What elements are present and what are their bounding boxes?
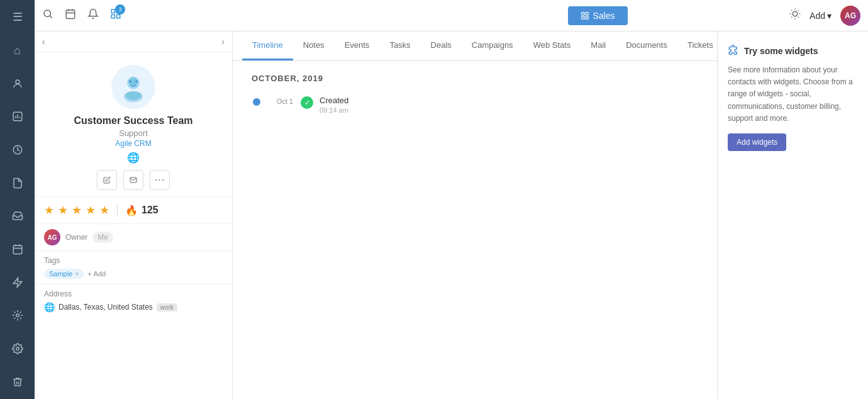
owner-name[interactable]: Me: [92, 232, 113, 243]
tab-events[interactable]: Events: [335, 31, 380, 60]
top-bar: 3 Sales Add ▾ AG: [35, 0, 868, 31]
top-bar-icons: 3: [42, 8, 406, 23]
contact-avatar: [111, 65, 155, 109]
search-icon[interactable]: [42, 8, 53, 23]
edit-button[interactable]: [97, 170, 117, 190]
tab-tickets[interactable]: Tickets: [677, 31, 723, 60]
star-2[interactable]: ★: [58, 203, 68, 217]
user-avatar[interactable]: AG: [840, 6, 860, 26]
owner-avatar: AG: [44, 229, 60, 245]
sales-button[interactable]: Sales: [568, 6, 628, 25]
svg-point-11: [16, 314, 19, 317]
tab-mail[interactable]: Mail: [581, 31, 616, 60]
top-bar-right: Add ▾ AG: [789, 6, 860, 26]
tags-section: Tags Sample × + Add: [35, 250, 232, 284]
more-actions-button[interactable]: ···: [150, 170, 170, 190]
tag-label: Sample: [49, 270, 72, 278]
timeline-event-time: 09:14 am: [320, 106, 348, 114]
zapier-icon[interactable]: [6, 271, 29, 293]
contact-info: Customer Success Team Support Agile CRM …: [35, 52, 232, 196]
contact-type: Support: [119, 128, 148, 138]
svg-line-14: [50, 16, 52, 18]
panel-prev-button[interactable]: ‹: [42, 37, 45, 47]
tabs-bar: Timeline Notes Events Tasks Deals Campai…: [233, 31, 717, 61]
contact-name: Customer Success Team: [74, 115, 192, 126]
svg-rect-22: [117, 15, 120, 18]
star-3[interactable]: ★: [72, 203, 82, 217]
svg-marker-10: [13, 278, 22, 287]
add-button[interactable]: Add ▾: [810, 11, 832, 21]
widget-title: Try some widgets: [744, 46, 818, 56]
notifications-icon[interactable]: [87, 8, 99, 23]
add-widgets-button[interactable]: Add widgets: [728, 133, 786, 151]
svg-point-41: [135, 80, 138, 82]
main-panel: Timeline Notes Events Tasks Deals Campai…: [233, 31, 717, 399]
timeline-area: OCTOBER, 2019 Oct 1 ✓ Created 09:14 am: [233, 61, 717, 399]
timeline-dot: [253, 98, 260, 106]
contact-panel: ‹ › Customer Success Team Supp: [35, 31, 233, 399]
deals-icon[interactable]: [6, 139, 29, 161]
svg-point-0: [16, 80, 19, 84]
svg-point-27: [793, 11, 798, 16]
svg-rect-23: [581, 12, 584, 14]
contact-globe-icon: 🌐: [127, 152, 140, 164]
tab-campaigns[interactable]: Campaigns: [462, 31, 523, 60]
star-1[interactable]: ★: [44, 203, 54, 217]
content-area: ‹ › Customer Success Team Supp: [35, 31, 868, 399]
address-text: Dallas, Texas, United States: [58, 303, 153, 312]
tab-notes[interactable]: Notes: [293, 31, 335, 60]
widget-description: See more information about your contacts…: [728, 64, 858, 125]
settings-icon[interactable]: [6, 338, 29, 360]
home-icon[interactable]: ⌂: [6, 40, 29, 62]
apps-badge: 3: [115, 4, 125, 14]
brightness-icon[interactable]: [789, 8, 801, 23]
calendar-topbar-icon[interactable]: [65, 8, 76, 23]
timeline-dot-col: [252, 98, 262, 106]
tab-web-stats[interactable]: Web Stats: [523, 31, 581, 60]
add-tag-button[interactable]: + Add: [87, 270, 106, 278]
documents-icon[interactable]: [6, 172, 29, 194]
tab-tasks[interactable]: Tasks: [379, 31, 420, 60]
owner-label: Owner: [65, 233, 87, 242]
reports-icon[interactable]: [6, 106, 29, 128]
panel-navigation: ‹ ›: [35, 31, 232, 52]
address-row: 🌐 Dallas, Texas, United States work: [44, 302, 223, 312]
trash-icon[interactable]: [6, 371, 29, 393]
svg-line-31: [798, 17, 799, 18]
svg-rect-25: [581, 16, 584, 19]
tab-timeline[interactable]: Timeline: [242, 31, 293, 60]
svg-line-35: [798, 10, 799, 11]
stars-row: ★ ★ ★ ★ ★ 🔥 125: [35, 196, 232, 223]
integrations-icon[interactable]: [6, 305, 29, 327]
widget-puzzle-icon: [728, 44, 739, 58]
inbox-icon[interactable]: [6, 205, 29, 227]
contact-crm: Agile CRM: [115, 139, 151, 148]
svg-point-39: [126, 91, 142, 100]
svg-rect-19: [111, 9, 114, 13]
address-type-badge: work: [157, 303, 177, 312]
timeline-date: Oct 1: [269, 97, 293, 106]
menu-icon[interactable]: ☰: [6, 6, 29, 28]
timeline-item: Oct 1 ✓ Created 09:14 am: [252, 96, 698, 114]
score-icon: 🔥: [125, 205, 138, 216]
contacts-icon[interactable]: [6, 72, 29, 94]
tags-row: Sample × + Add: [44, 269, 223, 279]
svg-line-34: [791, 17, 792, 18]
tag-sample: Sample ×: [44, 269, 84, 279]
tab-documents[interactable]: Documents: [616, 31, 677, 60]
tag-remove-button[interactable]: ×: [75, 271, 79, 278]
score-value: 125: [142, 205, 159, 216]
svg-rect-6: [13, 245, 22, 254]
star-5[interactable]: ★: [99, 203, 109, 217]
tags-label: Tags: [44, 256, 223, 265]
svg-rect-21: [111, 15, 114, 18]
tab-deals[interactable]: Deals: [421, 31, 462, 60]
svg-line-30: [791, 10, 792, 11]
svg-point-40: [129, 80, 131, 82]
star-4[interactable]: ★: [86, 203, 96, 217]
apps-icon[interactable]: 3: [110, 8, 121, 23]
panel-next-button[interactable]: ›: [221, 37, 225, 47]
email-button[interactable]: [123, 170, 143, 190]
calendar-icon[interactable]: [6, 239, 29, 261]
address-label: Address: [44, 289, 223, 298]
